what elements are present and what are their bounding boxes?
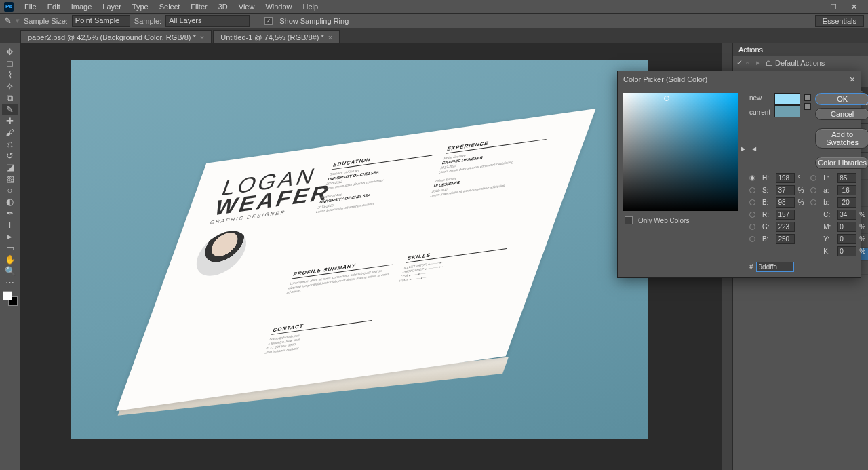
maximize-button[interactable]: ☐	[823, 0, 844, 14]
l-input[interactable]	[837, 173, 856, 183]
menu-type[interactable]: Type	[127, 0, 154, 14]
sample-select[interactable]: All Layers	[165, 15, 250, 27]
app-logo-icon: Ps	[4, 2, 14, 12]
b-radio[interactable]	[749, 199, 755, 205]
dialog-title: Color Picker (Solid Color)	[623, 75, 707, 83]
menu-help[interactable]: Help	[298, 0, 324, 14]
new-color-swatch	[774, 93, 800, 105]
document-tabs: paper2.psd @ 42,5% (Background Color, RG…	[0, 28, 868, 43]
h-radio[interactable]	[749, 175, 755, 181]
current-color-swatch[interactable]	[774, 105, 800, 117]
r-radio[interactable]	[749, 212, 755, 218]
eyedropper-tool[interactable]: ✎	[2, 104, 18, 115]
g-radio[interactable]	[749, 224, 755, 230]
menu-select[interactable]: Select	[154, 0, 186, 14]
canvas-area[interactable]: LOGANWEAFER GRAPHIC DESIGNER EDUCATION B…	[20, 43, 722, 470]
sample-size-select[interactable]: Point Sample	[72, 15, 130, 27]
toolbox: ✥ ◻ ⌇ ✧ ⧉ ✎ ✚ 🖌 ⎌ ↺ ◪ ▨ ○ ◐ ✒ T ▸ ▭ ✋ 🔍 …	[0, 43, 20, 470]
s-radio[interactable]	[749, 187, 755, 193]
eraser-tool[interactable]: ◪	[2, 161, 18, 173]
menu-window[interactable]: Window	[260, 0, 297, 14]
y-input[interactable]	[837, 234, 856, 244]
b2-input[interactable]	[837, 197, 856, 208]
saturation-value-field[interactable]	[623, 93, 738, 211]
dodge-tool[interactable]: ◐	[2, 196, 18, 208]
close-icon[interactable]: ×	[200, 33, 204, 41]
a-radio[interactable]	[810, 187, 816, 193]
move-tool[interactable]: ✥	[2, 46, 18, 58]
actions-panel-header: Actions	[733, 43, 868, 56]
document-tab-2[interactable]: Untitled-1 @ 74,5% (RGB/8#) * ×	[213, 30, 340, 43]
sample-size-label: Sample Size:	[24, 17, 68, 25]
minimize-button[interactable]: ─	[803, 0, 823, 14]
g-input[interactable]	[776, 222, 795, 232]
current-label: current	[749, 109, 770, 116]
h-input[interactable]	[776, 173, 795, 183]
r-input[interactable]	[776, 210, 795, 220]
marquee-tool[interactable]: ◻	[2, 58, 18, 69]
history-brush-tool[interactable]: ↺	[2, 150, 18, 161]
avatar-image	[190, 228, 253, 279]
color-picker-dialog: Color Picker (Solid Color) × Only Web Co…	[617, 71, 861, 278]
menu-filter[interactable]: Filter	[185, 0, 212, 14]
web-colors-checkbox[interactable]	[625, 216, 633, 224]
menu-file[interactable]: File	[19, 0, 42, 14]
window-controls: ─ ☐ ✕	[803, 0, 864, 14]
bb-input[interactable]	[776, 234, 795, 244]
b2-radio[interactable]	[810, 199, 816, 205]
close-icon[interactable]: ×	[850, 74, 855, 85]
lasso-tool[interactable]: ⌇	[2, 69, 18, 81]
crop-tool[interactable]: ⧉	[2, 92, 18, 104]
hex-input[interactable]	[756, 262, 794, 272]
brush-tool[interactable]: 🖌	[2, 127, 18, 138]
blur-tool[interactable]: ○	[2, 184, 18, 196]
edit-toolbar[interactable]: ⋯	[2, 277, 18, 288]
document-tab-label: paper2.psd @ 42,5% (Background Color, RG…	[28, 33, 196, 41]
color-swatches[interactable]	[3, 291, 18, 306]
wand-tool[interactable]: ✧	[2, 81, 18, 92]
sv-cursor-icon	[664, 96, 669, 101]
hand-tool[interactable]: ✋	[2, 254, 18, 265]
c-input[interactable]	[837, 210, 856, 220]
menu-layer[interactable]: Layer	[97, 0, 127, 14]
action-row[interactable]: ✓▫▸🗀Default Actions	[736, 58, 865, 68]
path-select-tool[interactable]: ▸	[2, 231, 18, 242]
actions-tab[interactable]: Actions	[738, 45, 763, 54]
menu-bar: Ps File Edit Image Layer Type Select Fil…	[0, 0, 868, 14]
workspace-switcher[interactable]: Essentials	[815, 15, 864, 27]
gamut-warning-icon[interactable]	[804, 94, 811, 101]
m-input[interactable]	[837, 222, 856, 232]
document-tab-1[interactable]: paper2.psd @ 42,5% (Background Color, RG…	[20, 30, 212, 43]
foreground-swatch[interactable]	[3, 291, 12, 300]
bb-radio[interactable]	[749, 236, 755, 242]
gradient-tool[interactable]: ▨	[2, 173, 18, 184]
heal-tool[interactable]: ✚	[2, 115, 18, 127]
pen-tool[interactable]: ✒	[2, 208, 18, 219]
options-bar: ✎ ▾ Sample Size: Point Sample Sample: Al…	[0, 14, 868, 28]
b-input[interactable]	[776, 197, 795, 208]
s-input[interactable]	[776, 185, 795, 195]
stamp-tool[interactable]: ⎌	[2, 138, 18, 150]
websafe-warning-icon[interactable]	[804, 103, 811, 110]
document-canvas[interactable]: LOGANWEAFER GRAPHIC DESIGNER EDUCATION B…	[71, 60, 648, 439]
a-input[interactable]	[837, 185, 856, 195]
l-radio[interactable]	[810, 175, 816, 181]
k-input[interactable]	[837, 246, 856, 256]
new-label: new	[749, 94, 770, 102]
web-colors-label: Only Web Colors	[638, 217, 689, 224]
show-sampling-ring-checkbox[interactable]	[264, 17, 273, 25]
menu-edit[interactable]: Edit	[42, 0, 66, 14]
menu-3d[interactable]: 3D	[213, 0, 233, 14]
zoom-tool[interactable]: 🔍	[2, 265, 18, 277]
type-tool[interactable]: T	[2, 219, 18, 231]
menu-image[interactable]: Image	[66, 0, 98, 14]
shape-tool[interactable]: ▭	[2, 242, 18, 254]
document-tab-label: Untitled-1 @ 74,5% (RGB/8#) *	[220, 33, 323, 41]
add-swatches-button[interactable]: Add to Swatches	[815, 128, 868, 149]
ok-button[interactable]: OK	[815, 93, 868, 105]
cancel-button[interactable]: Cancel	[815, 108, 868, 120]
close-icon[interactable]: ×	[328, 33, 332, 41]
close-button[interactable]: ✕	[844, 0, 864, 14]
menu-view[interactable]: View	[233, 0, 260, 14]
color-libraries-button[interactable]: Color Libraries	[815, 157, 868, 169]
